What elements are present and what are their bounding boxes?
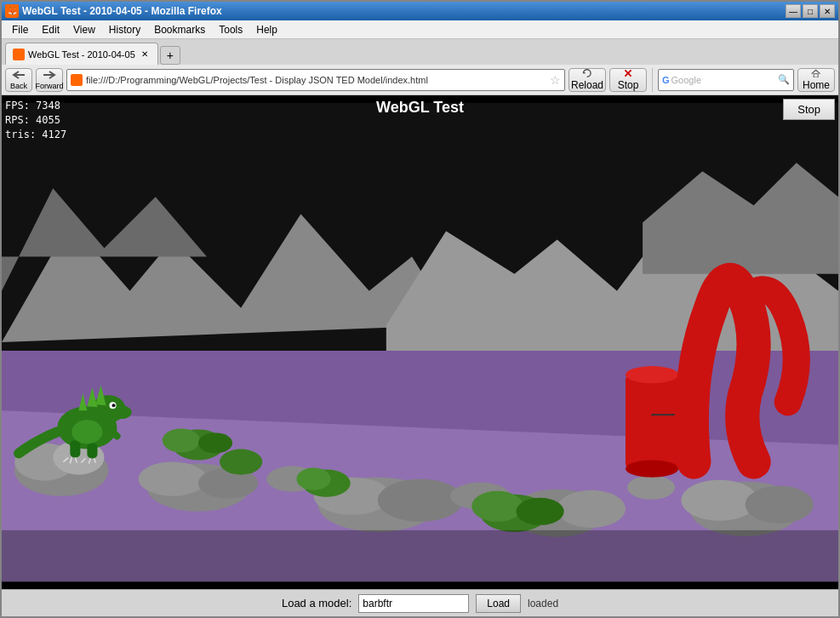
tab-close-button[interactable]: ✕ — [139, 49, 151, 60]
svg-rect-47 — [70, 440, 80, 457]
bottom-bar: Load a model: Load loaded — [2, 589, 838, 616]
close-button[interactable]: ✕ — [820, 4, 835, 18]
new-tab-button[interactable]: + — [160, 46, 180, 65]
active-tab[interactable]: WebGL Test - 2010-04-05 ✕ — [5, 43, 158, 65]
svg-point-25 — [746, 486, 814, 524]
menu-bookmarks[interactable]: Bookmarks — [147, 22, 212, 37]
svg-rect-48 — [87, 443, 97, 458]
menu-bar: File Edit View History Bookmarks Tools H… — [2, 20, 838, 39]
title-bar: 🦊 WebGL Test - 2010-04-05 - Mozilla Fire… — [2, 2, 838, 20]
svg-point-49 — [71, 420, 102, 443]
search-bar[interactable]: G Google 🔍 — [658, 69, 794, 91]
menu-history[interactable]: History — [102, 22, 147, 37]
title-bar-left: 🦊 WebGL Test - 2010-04-05 - Mozilla Fire… — [5, 4, 222, 18]
tab-label: WebGL Test - 2010-04-05 — [28, 49, 135, 60]
svg-point-52 — [626, 461, 678, 478]
nav-bar: Back Forward file:///D:/Programming/WebG… — [2, 65, 838, 95]
webgl-title: WebGL Test — [2, 99, 838, 117]
svg-rect-55 — [2, 530, 838, 581]
svg-point-30 — [163, 428, 200, 452]
search-placeholder: Google — [671, 75, 778, 85]
tab-bar: WebGL Test - 2010-04-05 ✕ + — [2, 39, 838, 65]
tris-counter: tris: 4127 — [5, 128, 66, 142]
svg-point-37 — [516, 498, 563, 525]
svg-point-32 — [220, 449, 262, 475]
svg-point-20 — [378, 479, 463, 522]
svg-point-28 — [627, 476, 675, 500]
load-label: Load a model: — [282, 597, 351, 609]
svg-point-16 — [139, 462, 207, 496]
address-bar[interactable]: file:///D:/Programming/WebGL/Projects/Te… — [66, 69, 565, 91]
tab-favicon — [13, 49, 25, 60]
forward-label: Forward — [36, 82, 64, 90]
search-submit-icon[interactable]: 🔍 — [778, 74, 790, 85]
svg-rect-4 — [814, 73, 819, 77]
loaded-status: loaded — [528, 598, 558, 609]
load-button[interactable]: Load — [476, 594, 521, 613]
separator — [652, 68, 653, 92]
scene-svg — [2, 95, 838, 589]
svg-point-43 — [112, 403, 116, 407]
address-text: file:///D:/Programming/WebGL/Projects/Te… — [86, 75, 546, 85]
content-area: FPS: 7348 RPS: 4055 tris: 4127 WebGL Tes… — [2, 95, 838, 616]
stop-overlay-button[interactable]: Stop — [783, 99, 835, 120]
load-input[interactable] — [358, 594, 469, 613]
svg-rect-50 — [626, 375, 678, 468]
google-icon: G — [662, 75, 670, 85]
back-button[interactable]: Back — [5, 68, 32, 92]
minimize-button[interactable]: — — [786, 4, 801, 18]
home-label: Home — [803, 79, 830, 91]
svg-point-31 — [198, 432, 232, 453]
home-button[interactable]: Home — [797, 68, 835, 92]
browser-window: 🦊 WebGL Test - 2010-04-05 - Mozilla Fire… — [0, 0, 840, 618]
webgl-canvas[interactable]: FPS: 7348 RPS: 4055 tris: 4127 WebGL Tes… — [2, 95, 838, 589]
forward-button[interactable]: Forward — [36, 68, 63, 92]
menu-edit[interactable]: Edit — [35, 22, 66, 37]
svg-point-22 — [557, 490, 626, 528]
menu-help[interactable]: Help — [249, 22, 284, 37]
menu-tools[interactable]: Tools — [212, 22, 249, 37]
svg-point-34 — [296, 468, 330, 490]
svg-point-51 — [626, 366, 678, 383]
menu-view[interactable]: View — [66, 22, 102, 37]
menu-file[interactable]: File — [5, 22, 35, 37]
reload-button[interactable]: Reload — [569, 68, 606, 92]
address-favicon — [71, 74, 83, 86]
stop-button-nav[interactable]: Stop — [609, 68, 647, 92]
maximize-button[interactable]: □ — [803, 4, 818, 18]
firefox-icon: 🦊 — [5, 4, 19, 18]
reload-label: Reload — [571, 79, 603, 91]
window-controls: — □ ✕ — [786, 4, 835, 18]
svg-point-36 — [471, 491, 523, 522]
bookmark-star-icon[interactable]: ☆ — [550, 73, 561, 87]
back-label: Back — [10, 82, 27, 90]
stop-nav-label: Stop — [618, 79, 639, 91]
window-title: WebGL Test - 2010-04-05 - Mozilla Firefo… — [22, 5, 222, 17]
